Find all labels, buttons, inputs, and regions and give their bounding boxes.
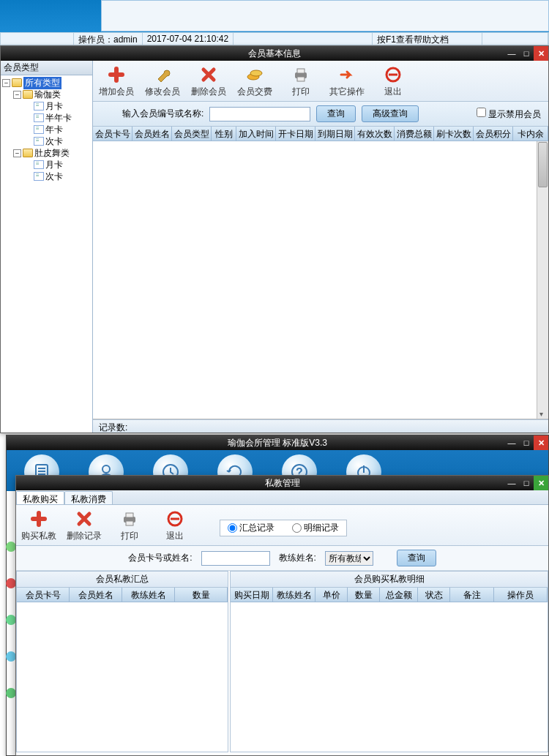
- print-button[interactable]: 打印: [277, 64, 324, 98]
- record-count-footer: 记录数:: [93, 419, 548, 433]
- tree-cat-yoga[interactable]: −瑜伽类: [1, 89, 92, 100]
- delete-record-button[interactable]: 删除记录: [61, 508, 107, 542]
- printer-icon: [292, 66, 310, 83]
- col-buy-date[interactable]: 购买日期: [231, 588, 273, 602]
- col-status[interactable]: 状态: [418, 588, 450, 602]
- summary-pane: 会员私教汇总 会员卡号 会员姓名 教练姓名 数量: [16, 571, 228, 752]
- radio-detail[interactable]: 明细记录: [292, 522, 339, 534]
- col-total[interactable]: 总金额: [380, 588, 418, 602]
- detail-pane: 会员购买私教明细 购买日期 教练姓名 单价 数量 总金额 状态 备注 操作员: [230, 571, 548, 752]
- tree-item[interactable]: 年卡: [1, 124, 92, 135]
- payment-button[interactable]: 会员交费: [231, 64, 277, 98]
- adv-query-button[interactable]: 高级查询: [362, 105, 419, 122]
- tree-cat-bellydance[interactable]: −肚皮舞类: [1, 147, 92, 159]
- query-button[interactable]: 查询: [397, 550, 436, 566]
- doc-icon: [34, 125, 44, 134]
- maximize-button[interactable]: □: [519, 435, 534, 450]
- tab-consume[interactable]: 私教消费: [64, 491, 113, 504]
- delete-member-button[interactable]: 删除会员: [185, 64, 231, 98]
- plus-icon: [108, 66, 125, 83]
- col-total-spend[interactable]: 消费总额: [395, 127, 434, 141]
- close-button[interactable]: ✕: [534, 476, 548, 490]
- query-button[interactable]: 查询: [316, 105, 356, 122]
- side-indicators: [6, 542, 16, 725]
- col-qty[interactable]: 数量: [348, 588, 380, 602]
- minimize-button[interactable]: —: [504, 46, 519, 61]
- tree-root[interactable]: −所有类型: [1, 77, 92, 89]
- col-price[interactable]: 单价: [315, 588, 348, 602]
- print-button[interactable]: 打印: [107, 508, 152, 542]
- main-window-title: 瑜伽会所管理 标准版V3.3: [228, 437, 327, 449]
- col-coach-name[interactable]: 教练姓名: [122, 588, 175, 602]
- member-dialog-titlebar[interactable]: 会员基本信息 — □ ✕: [1, 46, 548, 61]
- col-coach[interactable]: 教练姓名: [273, 588, 315, 602]
- main-app-header: [0, 0, 549, 32]
- coach-select[interactable]: 所有教练: [325, 551, 373, 566]
- col-type[interactable]: 会员类型: [172, 127, 212, 141]
- summary-title: 会员私教汇总: [17, 572, 228, 588]
- minimize-button[interactable]: —: [504, 476, 519, 490]
- tree-item[interactable]: 月卡: [1, 159, 92, 171]
- col-swipe-count[interactable]: 刷卡次数: [434, 127, 474, 141]
- col-join[interactable]: 加入时间: [236, 127, 276, 141]
- category-tree[interactable]: −所有类型 −瑜伽类 月卡 半年卡 年卡 次卡 −肚皮舞类 月卡 次卡: [1, 75, 92, 184]
- buy-trainer-button[interactable]: 购买私教: [16, 508, 61, 542]
- col-qty[interactable]: 数量: [175, 588, 228, 602]
- plus-icon: [30, 510, 48, 528]
- doc-icon: [34, 137, 44, 146]
- col-start[interactable]: 开卡日期: [276, 127, 315, 141]
- col-points[interactable]: 会员积分: [474, 127, 513, 141]
- detail-grid-body[interactable]: [231, 602, 548, 752]
- svg-rect-4: [297, 77, 305, 81]
- col-card-no[interactable]: 会员卡号: [93, 127, 132, 141]
- detail-grid-header: 购买日期 教练姓名 单价 数量 总金额 状态 备注 操作员: [231, 588, 548, 602]
- main-window-titlebar[interactable]: 瑜伽会所管理 标准版V3.3 — □ ✕: [7, 435, 548, 450]
- arrow-right-icon: [338, 66, 356, 83]
- edit-member-button[interactable]: 修改会员: [139, 64, 185, 98]
- tab-buy[interactable]: 私教购买: [16, 491, 64, 504]
- col-valid-count[interactable]: 有效次数: [355, 127, 395, 141]
- svg-rect-14: [126, 521, 133, 525]
- folder-open-icon: [23, 90, 33, 99]
- tree-item[interactable]: 半年卡: [1, 112, 92, 124]
- col-operator[interactable]: 操作员: [494, 588, 548, 602]
- col-name[interactable]: 会员姓名: [132, 127, 172, 141]
- col-member-name[interactable]: 会员姓名: [70, 588, 122, 602]
- maximize-button[interactable]: □: [519, 476, 534, 490]
- svg-rect-3: [297, 69, 305, 73]
- vertical-scrollbar[interactable]: [537, 141, 548, 419]
- col-remark[interactable]: 备注: [450, 588, 494, 602]
- tree-item[interactable]: 次卡: [1, 135, 92, 147]
- coach-label: 教练姓名:: [279, 552, 316, 564]
- maximize-button[interactable]: □: [519, 46, 534, 61]
- header-panel: [101, 0, 549, 31]
- col-gender[interactable]: 性别: [212, 127, 236, 141]
- member-grid-header: 会员卡号 会员姓名 会员类型 性别 加入时间 开卡日期 到期日期 有效次数 消费…: [93, 127, 548, 141]
- card-input[interactable]: [201, 551, 270, 566]
- member-grid-body[interactable]: [93, 141, 548, 419]
- other-ops-button[interactable]: 其它操作: [324, 64, 370, 98]
- close-button[interactable]: ✕: [534, 435, 548, 450]
- show-disabled-checkbox[interactable]: 显示禁用会员: [477, 108, 541, 121]
- close-button[interactable]: ✕: [534, 46, 548, 61]
- folder-open-icon: [23, 149, 33, 157]
- trainer-dialog-titlebar[interactable]: 私教管理 — □ ✕: [16, 476, 548, 490]
- tree-item[interactable]: 月卡: [1, 100, 92, 112]
- exit-button[interactable]: 退出: [152, 508, 198, 542]
- col-card-no[interactable]: 会员卡号: [17, 588, 70, 602]
- radio-summary[interactable]: 汇总记录: [228, 522, 274, 534]
- minimize-button[interactable]: —: [504, 435, 519, 450]
- trainer-tabs: 私教购买 私教消费: [16, 490, 548, 505]
- doc-icon: [34, 160, 44, 169]
- summary-grid-body[interactable]: [17, 602, 228, 752]
- col-balance[interactable]: 卡内余额: [513, 127, 548, 141]
- search-input[interactable]: [209, 107, 310, 121]
- tree-item[interactable]: 次卡: [1, 171, 92, 182]
- exit-button[interactable]: 退出: [370, 64, 416, 98]
- add-member-button[interactable]: 增加会员: [93, 64, 139, 98]
- doc-icon: [34, 113, 44, 122]
- search-label: 输入会员编号或名称:: [122, 108, 203, 120]
- status-operator: 操作员：admin: [74, 33, 143, 45]
- col-expire[interactable]: 到期日期: [315, 127, 355, 141]
- member-dialog: 会员基本信息 — □ ✕ 会员类型 −所有类型 −瑜伽类 月卡 半年卡 年卡 次…: [0, 45, 549, 433]
